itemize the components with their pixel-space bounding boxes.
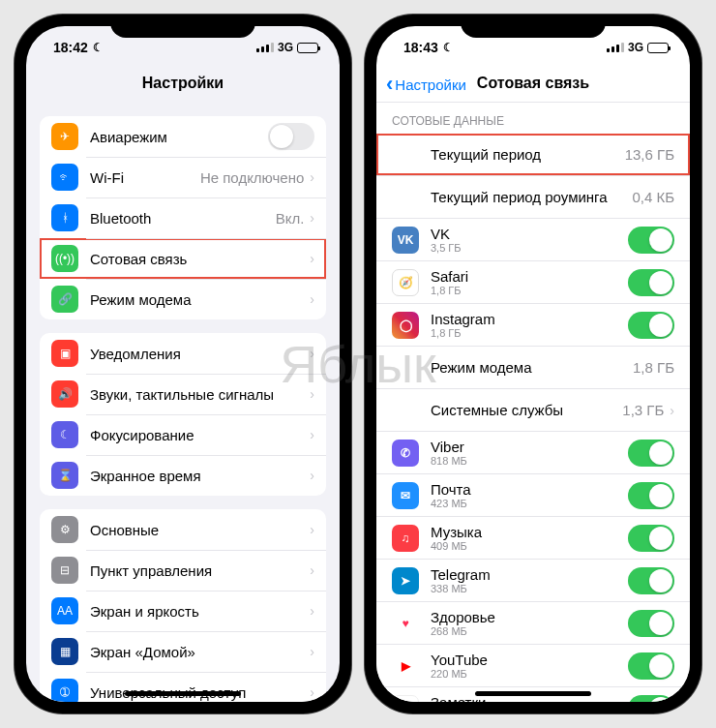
display-icon: AA bbox=[51, 597, 78, 624]
row-telegram[interactable]: ➤Telegram338 МБ bbox=[376, 560, 690, 602]
toggle[interactable] bbox=[628, 695, 674, 703]
health-icon: ♥ bbox=[392, 610, 419, 637]
viber-icon: ✆ bbox=[392, 440, 419, 467]
chevron-left-icon: ‹ bbox=[386, 74, 393, 95]
music-icon: ♫ bbox=[392, 525, 419, 552]
row-safari[interactable]: 🧭Safari1,8 ГБ bbox=[376, 261, 690, 304]
row-label: Пункт управления bbox=[90, 562, 304, 579]
row-music[interactable]: ♫Музыка409 МБ bbox=[376, 517, 690, 560]
toggle[interactable] bbox=[628, 269, 674, 296]
row-control[interactable]: ⊟Пункт управления› bbox=[40, 550, 326, 591]
row-accessibility[interactable]: ➀Универсальный доступ› bbox=[40, 672, 326, 702]
row-airplane[interactable]: ✈︎Авиарежим bbox=[40, 116, 326, 157]
app-label: Safari bbox=[431, 268, 628, 285]
mail-icon: ✉ bbox=[392, 482, 419, 509]
toggle[interactable] bbox=[628, 525, 674, 552]
network-label: 3G bbox=[628, 41, 643, 54]
row-focus[interactable]: ☾Фокусирование› bbox=[40, 414, 326, 455]
row-home[interactable]: ▦Экран «Домой»› bbox=[40, 631, 326, 672]
time: 18:43 bbox=[403, 40, 438, 55]
row-label: Звуки, тактильные сигналы bbox=[90, 386, 304, 403]
app-label: Почта bbox=[431, 481, 628, 498]
control-icon: ⊟ bbox=[51, 557, 78, 584]
row-hotspot[interactable]: 🔗Режим модема› bbox=[40, 279, 326, 319]
row-health[interactable]: ♥Здоровье268 МБ bbox=[376, 602, 690, 645]
toggle[interactable] bbox=[628, 440, 674, 467]
safari-icon: 🧭 bbox=[392, 269, 419, 296]
network-label: 3G bbox=[278, 41, 293, 54]
app-usage: 220 МБ bbox=[431, 668, 628, 680]
row-current-period: Текущий период13,6 ГБ bbox=[376, 134, 690, 176]
row-label: Экранное время bbox=[90, 468, 304, 484]
app-usage: 818 МБ bbox=[431, 455, 628, 467]
screentime-icon: ⌛ bbox=[51, 462, 78, 489]
home-indicator bbox=[125, 691, 241, 696]
row-wifi[interactable]: ᯤWi-FiНе подключено› bbox=[40, 157, 326, 197]
home-indicator bbox=[475, 691, 591, 696]
row-sounds[interactable]: 🔊Звуки, тактильные сигналы› bbox=[40, 374, 326, 414]
row-mail[interactable]: ✉Почта423 МБ bbox=[376, 474, 690, 517]
app-label: Instagram bbox=[431, 311, 628, 327]
row-roaming: Текущий период роуминга0,4 КБ bbox=[376, 176, 690, 219]
dnd-icon: ☾ bbox=[93, 41, 104, 54]
row-label: Wi-Fi bbox=[90, 169, 200, 186]
cellular-icon: ((•)) bbox=[51, 245, 78, 272]
toggle[interactable] bbox=[628, 227, 674, 254]
toggle[interactable] bbox=[628, 610, 674, 637]
row-viber[interactable]: ✆Viber818 МБ bbox=[376, 432, 690, 474]
section-header: СОТОВЫЕ ДАННЫЕ bbox=[376, 103, 690, 134]
row-label: Bluetooth bbox=[90, 210, 276, 227]
dnd-icon: ☾ bbox=[443, 41, 454, 54]
chevron-right-icon: › bbox=[310, 522, 314, 537]
toggle[interactable] bbox=[268, 123, 314, 150]
toggle[interactable] bbox=[628, 652, 674, 680]
sounds-icon: 🔊 bbox=[51, 380, 78, 408]
notch bbox=[110, 15, 255, 38]
row-value: 0,4 КБ bbox=[632, 189, 674, 205]
row-vk[interactable]: VKVK3,5 ГБ bbox=[376, 219, 690, 261]
row-label: Сотовая связь bbox=[90, 251, 304, 267]
instagram-icon: ◯ bbox=[392, 312, 419, 339]
row-cellular[interactable]: ((•))Сотовая связь› bbox=[40, 238, 326, 279]
app-label: YouTube bbox=[431, 652, 628, 668]
row-general[interactable]: ⚙Основные› bbox=[40, 509, 326, 550]
back-label: Настройки bbox=[395, 76, 466, 93]
row-instagram[interactable]: ◯Instagram1,8 ГБ bbox=[376, 304, 690, 347]
app-label: Системные службы bbox=[431, 402, 622, 418]
app-usage: 3,5 ГБ bbox=[431, 242, 628, 254]
row-youtube[interactable]: ▶YouTube220 МБ bbox=[376, 645, 690, 687]
row-value: 13,6 ГБ bbox=[625, 146, 674, 163]
row-label: Экран «Домой» bbox=[90, 644, 304, 660]
toggle[interactable] bbox=[628, 312, 674, 339]
youtube-icon: ▶ bbox=[392, 652, 419, 680]
battery-icon bbox=[297, 43, 318, 53]
row-hotspot: Режим модема1,8 ГБ bbox=[376, 347, 690, 389]
row-value: 1,3 ГБ bbox=[622, 402, 664, 418]
chevron-right-icon: › bbox=[310, 603, 314, 619]
back-button[interactable]: ‹ Настройки bbox=[386, 74, 466, 95]
chevron-right-icon: › bbox=[310, 251, 314, 266]
home-icon: ▦ bbox=[51, 638, 78, 665]
app-label: VK bbox=[431, 226, 628, 242]
toggle[interactable] bbox=[628, 567, 674, 594]
row-label: Авиарежим bbox=[90, 129, 268, 145]
row-system[interactable]: Системные службы1,3 ГБ› bbox=[376, 389, 690, 432]
row-notifications[interactable]: ▣Уведомления› bbox=[40, 333, 326, 374]
notifications-icon: ▣ bbox=[51, 340, 78, 367]
app-usage: 1,8 ГБ bbox=[431, 327, 628, 339]
app-label: Текущий период bbox=[431, 146, 625, 163]
toggle[interactable] bbox=[628, 482, 674, 509]
airplane-icon: ✈︎ bbox=[51, 123, 78, 150]
row-label: Основные bbox=[90, 522, 304, 538]
signal-icon bbox=[256, 43, 274, 52]
row-bluetooth[interactable]: ᚼBluetoothВкл.› bbox=[40, 197, 326, 238]
battery-icon bbox=[647, 43, 669, 53]
row-screentime[interactable]: ⌛Экранное время› bbox=[40, 455, 326, 496]
app-usage: 268 МБ bbox=[431, 625, 628, 637]
notch bbox=[461, 15, 606, 38]
app-usage: 409 МБ bbox=[431, 540, 628, 552]
row-label: Экран и яркость bbox=[90, 603, 304, 620]
time: 18:42 bbox=[53, 40, 88, 55]
row-display[interactable]: AAЭкран и яркость› bbox=[40, 591, 326, 631]
row-label: Уведомления bbox=[90, 346, 304, 362]
